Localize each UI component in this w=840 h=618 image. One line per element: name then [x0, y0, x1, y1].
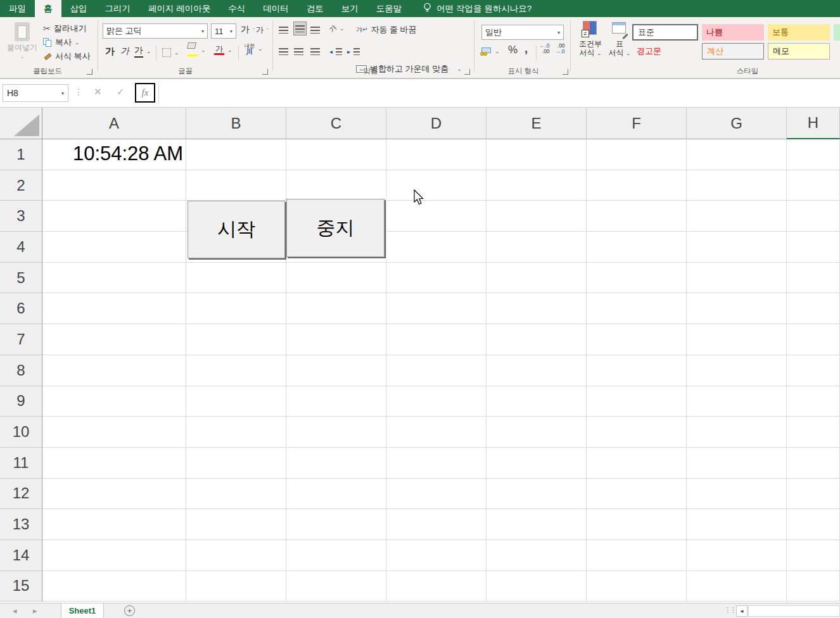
- cell-G5[interactable]: [687, 263, 787, 294]
- orientation-button[interactable]: 갸 ⌄: [329, 22, 345, 35]
- hscroll-left-button[interactable]: ◄: [736, 605, 748, 617]
- cell-G4[interactable]: [687, 232, 787, 263]
- column-header-D[interactable]: D: [386, 108, 487, 139]
- cell-E7[interactable]: [487, 324, 587, 355]
- row-header-9[interactable]: 9: [0, 386, 42, 417]
- row-header-2[interactable]: 2: [0, 170, 42, 201]
- cell-style-warning[interactable]: 경고문: [632, 43, 698, 60]
- cell-style-neutral[interactable]: 보통: [768, 24, 830, 41]
- sheet-nav-right-icon[interactable]: ▸: [33, 606, 37, 615]
- cell-H6[interactable]: [787, 293, 840, 324]
- tell-me-search[interactable]: 어떤 작업을 원하시나요?: [423, 0, 531, 17]
- cell-A4[interactable]: [42, 232, 186, 263]
- cell-F9[interactable]: [587, 386, 687, 417]
- wrap-text-button[interactable]: 갸↵ 자동 줄 바꿈: [356, 23, 417, 36]
- cell-B6[interactable]: [186, 293, 286, 324]
- align-right-button[interactable]: [310, 45, 320, 58]
- alignment-dialog-launcher-icon[interactable]: [464, 69, 470, 75]
- cell-G14[interactable]: [687, 540, 787, 571]
- row-header-1[interactable]: 1: [0, 139, 42, 170]
- row-header-15[interactable]: 15: [0, 571, 42, 602]
- cell-C1[interactable]: [286, 139, 386, 170]
- cell-B14[interactable]: [186, 540, 286, 571]
- cell-D11[interactable]: [386, 448, 487, 479]
- cell-D10[interactable]: [386, 417, 487, 448]
- row-header-7[interactable]: 7: [0, 324, 42, 355]
- cell-C12[interactable]: [286, 479, 386, 510]
- decrease-decimal-button[interactable]: .00→.0: [555, 42, 565, 55]
- cell-B10[interactable]: [186, 417, 286, 448]
- tab-view[interactable]: 보기: [333, 0, 367, 17]
- cell-F2[interactable]: [587, 170, 687, 201]
- cell-D8[interactable]: [386, 355, 487, 386]
- row-header-6[interactable]: 6: [0, 293, 42, 324]
- cell-C10[interactable]: [286, 417, 386, 448]
- cell-E10[interactable]: [487, 417, 587, 448]
- cell-B11[interactable]: [186, 448, 286, 479]
- cell-E4[interactable]: [487, 232, 587, 263]
- cell-F6[interactable]: [587, 293, 687, 324]
- cell-E12[interactable]: [487, 479, 587, 510]
- bold-button[interactable]: 가: [105, 45, 115, 58]
- cell-D2[interactable]: [386, 170, 487, 201]
- cell-H12[interactable]: [787, 479, 840, 510]
- row-header-13[interactable]: 13: [0, 509, 42, 540]
- tab-insert[interactable]: 삽입: [61, 0, 96, 17]
- hscroll-track[interactable]: [748, 605, 840, 617]
- column-header-E[interactable]: E: [487, 108, 587, 139]
- decrease-font-button[interactable]: 가ˇ: [256, 23, 269, 36]
- cell-H11[interactable]: [787, 448, 840, 479]
- font-name-combo[interactable]: 맑은 고딕 ▾: [103, 23, 208, 39]
- cell-H10[interactable]: [787, 417, 840, 448]
- cell-B9[interactable]: [186, 386, 286, 417]
- italic-button[interactable]: 가: [120, 45, 129, 58]
- number-dialog-launcher-icon[interactable]: [563, 69, 568, 75]
- cell-H8[interactable]: [787, 355, 840, 386]
- cell-H13[interactable]: [787, 509, 840, 540]
- align-top-button[interactable]: [279, 23, 288, 36]
- cell-C14[interactable]: [286, 540, 386, 571]
- cell-G8[interactable]: [687, 355, 787, 386]
- cell-F11[interactable]: [587, 448, 687, 479]
- accounting-format-button[interactable]: ⌄: [480, 45, 500, 58]
- row-header-3[interactable]: 3: [0, 201, 42, 232]
- font-size-combo[interactable]: 11 ▾: [211, 23, 236, 39]
- cut-button[interactable]: ✂ 잘라내기: [43, 22, 87, 35]
- increase-decimal-button[interactable]: ←.0.00: [540, 42, 550, 55]
- row-header-11[interactable]: 11: [0, 448, 42, 479]
- sheet-tab-sheet1[interactable]: Sheet1: [61, 603, 104, 618]
- cell-A13[interactable]: [42, 509, 186, 540]
- cell-G11[interactable]: [687, 448, 787, 479]
- cell-D4[interactable]: [386, 232, 487, 263]
- cell-H14[interactable]: [787, 540, 840, 571]
- cell-D9[interactable]: [386, 386, 487, 417]
- fill-color-button[interactable]: ⌄: [188, 44, 206, 56]
- tab-home[interactable]: 홈: [35, 0, 61, 17]
- cell-D13[interactable]: [386, 509, 487, 540]
- cell-G9[interactable]: [687, 386, 787, 417]
- format-as-table-button[interactable]: 표 서식 ⌄: [607, 21, 632, 58]
- row-header-5[interactable]: 5: [0, 263, 42, 294]
- tab-help[interactable]: 도움말: [367, 0, 411, 17]
- cell-B8[interactable]: [186, 355, 286, 386]
- name-box[interactable]: H8 ▾: [3, 84, 68, 102]
- cell-C6[interactable]: [286, 293, 386, 324]
- cell-D14[interactable]: [386, 540, 487, 571]
- select-all-corner[interactable]: [0, 108, 42, 139]
- cell-D5[interactable]: [386, 263, 487, 294]
- cell-C8[interactable]: [286, 355, 386, 386]
- cell-D15[interactable]: [386, 571, 487, 602]
- cell-H1[interactable]: [787, 139, 840, 170]
- cell-C5[interactable]: [286, 263, 386, 294]
- row-header-14[interactable]: 14: [0, 540, 42, 571]
- tab-data[interactable]: 데이터: [254, 0, 298, 17]
- cell-style-note[interactable]: 메모: [768, 43, 830, 60]
- cell-A7[interactable]: [42, 324, 186, 355]
- cell-E5[interactable]: [487, 263, 587, 294]
- cell-H4[interactable]: [787, 232, 840, 263]
- paste-button[interactable]: 붙여넣기 ⌄: [5, 21, 39, 65]
- cell-H3[interactable]: [787, 201, 840, 232]
- cell-E3[interactable]: [487, 201, 587, 232]
- cell-H2[interactable]: [787, 170, 840, 201]
- cell-C9[interactable]: [286, 386, 386, 417]
